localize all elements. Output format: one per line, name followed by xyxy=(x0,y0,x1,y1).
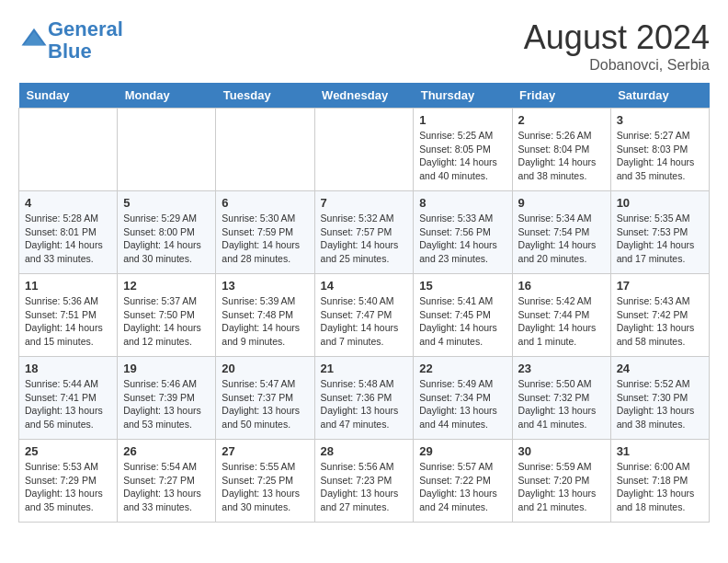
day-number: 21 xyxy=(321,362,408,375)
day-number: 15 xyxy=(419,279,506,293)
day-number: 31 xyxy=(617,444,703,458)
table-row: 26Sunrise: 5:54 AMSunset: 7:27 PMDayligh… xyxy=(118,440,216,523)
table-row: 16Sunrise: 5:42 AMSunset: 7:44 PMDayligh… xyxy=(512,274,610,357)
table-row: 21Sunrise: 5:48 AMSunset: 7:36 PMDayligh… xyxy=(314,357,414,440)
table-row xyxy=(19,109,118,191)
page-header: General Blue August 2024 Dobanovci, Serb… xyxy=(18,18,710,74)
day-number: 28 xyxy=(321,444,408,458)
logo-icon xyxy=(20,25,48,52)
day-content: Sunrise: 5:36 AMSunset: 7:51 PMDaylight:… xyxy=(25,294,111,349)
table-row: 14Sunrise: 5:40 AMSunset: 7:47 PMDayligh… xyxy=(314,274,414,357)
day-content: Sunrise: 5:26 AMSunset: 8:04 PMDaylight:… xyxy=(518,129,605,183)
day-number: 11 xyxy=(25,279,111,293)
day-number: 7 xyxy=(321,196,408,210)
day-number: 10 xyxy=(617,196,703,210)
table-row: 3Sunrise: 5:27 AMSunset: 8:03 PMDaylight… xyxy=(610,109,709,191)
day-content: Sunrise: 6:00 AMSunset: 7:18 PMDaylight:… xyxy=(617,460,703,514)
table-row: 8Sunrise: 5:33 AMSunset: 7:56 PMDaylight… xyxy=(414,191,512,274)
day-number: 24 xyxy=(617,362,703,375)
table-row: 27Sunrise: 5:55 AMSunset: 7:25 PMDayligh… xyxy=(216,440,314,523)
day-number: 29 xyxy=(419,444,506,458)
header-monday: Monday xyxy=(118,83,216,109)
day-number: 2 xyxy=(518,113,605,127)
calendar-week-row: 25Sunrise: 5:53 AMSunset: 7:29 PMDayligh… xyxy=(19,440,710,523)
day-content: Sunrise: 5:30 AMSunset: 7:59 PMDaylight:… xyxy=(222,212,308,266)
day-content: Sunrise: 5:39 AMSunset: 7:48 PMDaylight:… xyxy=(222,294,308,349)
table-row: 28Sunrise: 5:56 AMSunset: 7:23 PMDayligh… xyxy=(314,440,414,523)
day-number: 3 xyxy=(617,113,703,127)
day-content: Sunrise: 5:35 AMSunset: 7:53 PMDaylight:… xyxy=(617,212,703,266)
table-row: 24Sunrise: 5:52 AMSunset: 7:30 PMDayligh… xyxy=(610,357,709,440)
table-row: 7Sunrise: 5:32 AMSunset: 7:57 PMDaylight… xyxy=(314,191,414,274)
day-content: Sunrise: 5:43 AMSunset: 7:42 PMDaylight:… xyxy=(617,294,703,349)
table-row: 11Sunrise: 5:36 AMSunset: 7:51 PMDayligh… xyxy=(19,274,118,357)
day-content: Sunrise: 5:55 AMSunset: 7:25 PMDaylight:… xyxy=(222,460,308,514)
location-subtitle: Dobanovci, Serbia xyxy=(524,57,710,74)
day-number: 27 xyxy=(222,444,308,458)
day-content: Sunrise: 5:27 AMSunset: 8:03 PMDaylight:… xyxy=(617,129,703,183)
day-content: Sunrise: 5:56 AMSunset: 7:23 PMDaylight:… xyxy=(321,460,408,514)
table-row: 25Sunrise: 5:53 AMSunset: 7:29 PMDayligh… xyxy=(19,440,118,523)
table-row: 15Sunrise: 5:41 AMSunset: 7:45 PMDayligh… xyxy=(414,274,512,357)
title-block: August 2024 Dobanovci, Serbia xyxy=(524,18,710,74)
logo-text: General Blue xyxy=(48,18,123,63)
table-row xyxy=(216,109,314,191)
day-content: Sunrise: 5:37 AMSunset: 7:50 PMDaylight:… xyxy=(123,294,210,349)
day-content: Sunrise: 5:46 AMSunset: 7:39 PMDaylight:… xyxy=(123,377,210,431)
calendar-week-row: 1Sunrise: 5:25 AMSunset: 8:05 PMDaylight… xyxy=(19,109,710,191)
table-row: 20Sunrise: 5:47 AMSunset: 7:37 PMDayligh… xyxy=(216,357,314,440)
day-content: Sunrise: 5:53 AMSunset: 7:29 PMDaylight:… xyxy=(25,460,111,514)
logo: General Blue xyxy=(18,18,123,63)
day-number: 1 xyxy=(419,113,506,127)
table-row xyxy=(314,109,414,191)
day-number: 16 xyxy=(518,279,605,293)
table-row: 5Sunrise: 5:29 AMSunset: 8:00 PMDaylight… xyxy=(118,191,216,274)
header-friday: Friday xyxy=(512,83,610,109)
day-number: 8 xyxy=(419,196,506,210)
table-row: 2Sunrise: 5:26 AMSunset: 8:04 PMDaylight… xyxy=(512,109,610,191)
table-row: 17Sunrise: 5:43 AMSunset: 7:42 PMDayligh… xyxy=(610,274,709,357)
day-content: Sunrise: 5:32 AMSunset: 7:57 PMDaylight:… xyxy=(321,212,408,266)
day-content: Sunrise: 5:49 AMSunset: 7:34 PMDaylight:… xyxy=(419,377,506,431)
table-row: 19Sunrise: 5:46 AMSunset: 7:39 PMDayligh… xyxy=(118,357,216,440)
day-number: 25 xyxy=(25,444,111,458)
day-number: 6 xyxy=(222,196,308,210)
table-row: 6Sunrise: 5:30 AMSunset: 7:59 PMDaylight… xyxy=(216,191,314,274)
day-content: Sunrise: 5:57 AMSunset: 7:22 PMDaylight:… xyxy=(419,460,506,514)
table-row xyxy=(118,109,216,191)
day-content: Sunrise: 5:42 AMSunset: 7:44 PMDaylight:… xyxy=(518,294,605,349)
day-number: 19 xyxy=(123,362,210,375)
table-row: 13Sunrise: 5:39 AMSunset: 7:48 PMDayligh… xyxy=(216,274,314,357)
table-row: 22Sunrise: 5:49 AMSunset: 7:34 PMDayligh… xyxy=(414,357,512,440)
month-year-title: August 2024 xyxy=(524,18,710,57)
calendar-header-row: Sunday Monday Tuesday Wednesday Thursday… xyxy=(19,83,710,109)
day-content: Sunrise: 5:44 AMSunset: 7:41 PMDaylight:… xyxy=(25,377,111,431)
header-thursday: Thursday xyxy=(414,83,512,109)
day-content: Sunrise: 5:52 AMSunset: 7:30 PMDaylight:… xyxy=(617,377,703,431)
table-row: 10Sunrise: 5:35 AMSunset: 7:53 PMDayligh… xyxy=(610,191,709,274)
table-row: 29Sunrise: 5:57 AMSunset: 7:22 PMDayligh… xyxy=(414,440,512,523)
day-content: Sunrise: 5:25 AMSunset: 8:05 PMDaylight:… xyxy=(419,129,506,183)
day-number: 9 xyxy=(518,196,605,210)
calendar-table: Sunday Monday Tuesday Wednesday Thursday… xyxy=(18,83,710,523)
day-number: 30 xyxy=(518,444,605,458)
day-number: 13 xyxy=(222,279,308,293)
table-row: 30Sunrise: 5:59 AMSunset: 7:20 PMDayligh… xyxy=(512,440,610,523)
calendar-week-row: 11Sunrise: 5:36 AMSunset: 7:51 PMDayligh… xyxy=(19,274,710,357)
table-row: 9Sunrise: 5:34 AMSunset: 7:54 PMDaylight… xyxy=(512,191,610,274)
day-content: Sunrise: 5:48 AMSunset: 7:36 PMDaylight:… xyxy=(321,377,408,431)
table-row: 12Sunrise: 5:37 AMSunset: 7:50 PMDayligh… xyxy=(118,274,216,357)
day-content: Sunrise: 5:33 AMSunset: 7:56 PMDaylight:… xyxy=(419,212,506,266)
table-row: 23Sunrise: 5:50 AMSunset: 7:32 PMDayligh… xyxy=(512,357,610,440)
day-content: Sunrise: 5:59 AMSunset: 7:20 PMDaylight:… xyxy=(518,460,605,514)
day-content: Sunrise: 5:47 AMSunset: 7:37 PMDaylight:… xyxy=(222,377,308,431)
day-content: Sunrise: 5:28 AMSunset: 8:01 PMDaylight:… xyxy=(25,212,111,266)
day-content: Sunrise: 5:34 AMSunset: 7:54 PMDaylight:… xyxy=(518,212,605,266)
day-number: 26 xyxy=(123,444,210,458)
header-sunday: Sunday xyxy=(19,83,118,109)
header-tuesday: Tuesday xyxy=(216,83,314,109)
day-content: Sunrise: 5:54 AMSunset: 7:27 PMDaylight:… xyxy=(123,460,210,514)
day-number: 5 xyxy=(123,196,210,210)
table-row: 1Sunrise: 5:25 AMSunset: 8:05 PMDaylight… xyxy=(414,109,512,191)
header-wednesday: Wednesday xyxy=(314,83,414,109)
